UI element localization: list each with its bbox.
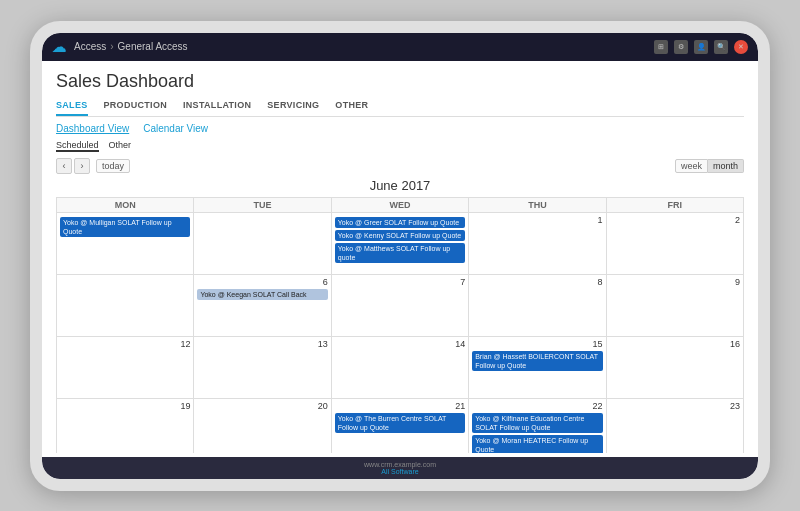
calendar-cell-r2-wed[interactable]: 7	[332, 275, 469, 337]
event[interactable]: Yoko @ Matthews SOLAT Follow up quote	[335, 243, 465, 263]
user-icon[interactable]: 👤	[694, 40, 708, 54]
day-header-wed: Wed	[332, 198, 469, 213]
breadcrumb: Access › General Access	[74, 41, 188, 52]
calendar-cell-r2-mon[interactable]	[57, 275, 194, 337]
subtab-scheduled[interactable]: Scheduled	[56, 140, 99, 152]
day-header-mon: Mon	[57, 198, 194, 213]
cell-date: 21	[335, 401, 465, 411]
tablet-screen: ☁ Access › General Access ⊞ ⚙ 👤 🔍 ✕ Sale…	[42, 33, 758, 479]
day-header-thu: Thu	[469, 198, 606, 213]
main-content: Sales Dashboard SALES PRODUCTION INSTALL…	[42, 61, 758, 457]
calendar-cell-r2-tue[interactable]: 6 Yoko @ Keegan SOLAT Call Back	[194, 275, 331, 337]
cell-date: 6	[197, 277, 327, 287]
bottom-bar: www.crm.example.com All Software	[42, 457, 758, 479]
prev-arrow[interactable]: ‹	[56, 158, 72, 174]
subtab-other[interactable]: Other	[109, 140, 132, 152]
top-bar-icons: ⊞ ⚙ 👤 🔍 ✕	[654, 40, 748, 54]
cell-date: 22	[472, 401, 602, 411]
nav-arrows: ‹ ›	[56, 158, 90, 174]
view-tab-dashboard[interactable]: Dashboard View	[56, 123, 129, 134]
event[interactable]: Yoko @ Keegan SOLAT Call Back	[197, 289, 327, 300]
nav-tabs: SALES PRODUCTION INSTALLATION SERVICING …	[56, 100, 744, 117]
cell-date: 13	[197, 339, 327, 349]
cell-date: 2	[610, 215, 740, 225]
event[interactable]: Yoko @ Mulligan SOLAT Follow up Quote	[60, 217, 190, 237]
cell-date: 20	[197, 401, 327, 411]
event[interactable]: Yoko @ Kenny SOLAT Follow up Quote	[335, 230, 465, 241]
calendar-cell-r4-fri[interactable]: 23	[607, 399, 744, 453]
calendar-cell-r1-fri[interactable]: 2	[607, 213, 744, 275]
tab-other[interactable]: OTHER	[335, 100, 368, 116]
tablet-camera	[34, 254, 38, 258]
calendar-cell-r3-mon[interactable]: 12	[57, 337, 194, 399]
calendar-cell-r3-thu[interactable]: 15 Brian @ Hassett BOILERCONT SOLAT Foll…	[469, 337, 606, 399]
breadcrumb-access[interactable]: Access	[74, 41, 106, 52]
tab-sales[interactable]: SALES	[56, 100, 88, 116]
calendar-cell-r1-tue[interactable]	[194, 213, 331, 275]
tab-installation[interactable]: INSTALLATION	[183, 100, 251, 116]
view-tab-calendar[interactable]: Calendar View	[143, 123, 208, 134]
subtabs: Scheduled Other	[56, 140, 744, 152]
event[interactable]: Brian @ Hassett BOILERCONT SOLAT Follow …	[472, 351, 602, 371]
cell-date: 8	[472, 277, 602, 287]
settings-icon[interactable]: ⚙	[674, 40, 688, 54]
next-arrow[interactable]: ›	[74, 158, 90, 174]
calendar-cell-r3-fri[interactable]: 16	[607, 337, 744, 399]
event[interactable]: Yoko @ Kilfinane Education Centre SOLAT …	[472, 413, 602, 433]
tablet-frame: ☁ Access › General Access ⊞ ⚙ 👤 🔍 ✕ Sale…	[30, 21, 770, 491]
calendar-cell-r3-wed[interactable]: 14	[332, 337, 469, 399]
week-view-button[interactable]: week	[675, 159, 708, 173]
brand-text: www.crm.example.com	[364, 461, 436, 468]
month-view-button[interactable]: month	[708, 159, 744, 173]
search-icon[interactable]: 🔍	[714, 40, 728, 54]
calendar-cell-r3-tue[interactable]: 13	[194, 337, 331, 399]
top-bar: ☁ Access › General Access ⊞ ⚙ 👤 🔍 ✕	[42, 33, 758, 61]
calendar-cell-r4-wed[interactable]: 21 Yoko @ The Burren Centre SOLAT Follow…	[332, 399, 469, 453]
breadcrumb-sep1: ›	[110, 41, 113, 52]
view-tabs: Dashboard View Calendar View	[56, 123, 744, 134]
cell-date: 12	[60, 339, 190, 349]
tab-production[interactable]: PRODUCTION	[104, 100, 168, 116]
calendar-cell-r1-thu[interactable]: 1	[469, 213, 606, 275]
tab-servicing[interactable]: SERVICING	[267, 100, 319, 116]
day-header-tue: Tue	[194, 198, 331, 213]
calendar-cell-r2-fri[interactable]: 9	[607, 275, 744, 337]
breadcrumb-general-access[interactable]: General Access	[118, 41, 188, 52]
cell-date: 16	[610, 339, 740, 349]
calendar-grid: Mon Tue Wed Thu Fri Yoko @ Mulligan SOLA…	[56, 197, 744, 453]
grid-icon[interactable]: ⊞	[654, 40, 668, 54]
cell-date: 1	[472, 215, 602, 225]
all-software-link[interactable]: All Software	[364, 468, 436, 475]
calendar-cell-r1-wed[interactable]: Yoko @ Greer SOLAT Follow up Quote Yoko …	[332, 213, 469, 275]
cell-date: 9	[610, 277, 740, 287]
calendar-title: June 2017	[56, 178, 744, 193]
close-icon[interactable]: ✕	[734, 40, 748, 54]
calendar-cell-r1-mon[interactable]: Yoko @ Mulligan SOLAT Follow up Quote	[57, 213, 194, 275]
event[interactable]: Yoko @ Greer SOLAT Follow up Quote	[335, 217, 465, 228]
cell-date: 7	[335, 277, 465, 287]
calendar-cell-r4-tue[interactable]: 20	[194, 399, 331, 453]
cell-date: 14	[335, 339, 465, 349]
cell-date: 19	[60, 401, 190, 411]
event[interactable]: Yoko @ Moran HEATREC Follow up Quote	[472, 435, 602, 453]
cloud-icon: ☁	[52, 39, 66, 55]
calendar-cell-r2-thu[interactable]: 8	[469, 275, 606, 337]
today-button[interactable]: today	[96, 159, 130, 173]
view-toggle: week month	[675, 159, 744, 173]
cell-date: 15	[472, 339, 602, 349]
calendar-cell-r4-thu[interactable]: 22 Yoko @ Kilfinane Education Centre SOL…	[469, 399, 606, 453]
calendar-controls: ‹ › today week month	[56, 158, 744, 174]
calendar-cell-r4-mon[interactable]: 19	[57, 399, 194, 453]
event[interactable]: Yoko @ The Burren Centre SOLAT Follow up…	[335, 413, 465, 433]
page-title: Sales Dashboard	[56, 71, 744, 92]
cell-date: 23	[610, 401, 740, 411]
day-header-fri: Fri	[607, 198, 744, 213]
